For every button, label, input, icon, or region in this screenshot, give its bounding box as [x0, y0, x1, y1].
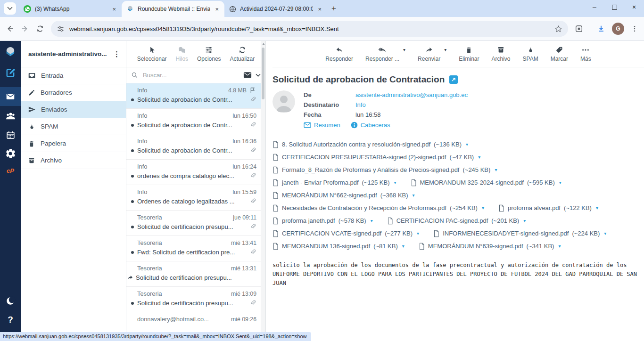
message-row[interactable]: Infolun 16:24 ordenes de compra catalogo… [126, 160, 261, 185]
select-button[interactable]: Seleccionar [137, 46, 167, 62]
cpanel-icon[interactable]: cP [7, 167, 14, 174]
attachment-menu-caret-icon[interactable]: ▾ [604, 231, 606, 236]
bookmark-star-icon[interactable] [554, 25, 562, 33]
folder-archivo[interactable]: Archivo [21, 152, 126, 169]
scroll-up-arrow[interactable] [262, 43, 265, 45]
reply-all-button[interactable]: Responder ... [365, 46, 399, 62]
attachment-item[interactable]: CERTIFICACION PAC-signed.pdf(~201 KB)▾ [387, 217, 526, 225]
tab-actividad[interactable]: Actividad 2024-07-29 08:00:00 × [224, 1, 327, 17]
refresh-button[interactable]: Actualizar [230, 46, 255, 62]
search-scope-caret-icon[interactable] [256, 73, 261, 77]
attachment-item[interactable]: CERTIFICACION PRESUPUESTARIA-signed (2)-… [272, 154, 480, 161]
tab-search-button[interactable] [4, 2, 16, 15]
tab-roundcube[interactable]: Roundcube Webmail :: Enviado: × [122, 1, 224, 17]
attachment-menu-caret-icon[interactable]: ▾ [558, 244, 561, 249]
attachment-item[interactable]: CERTIFICACION VCATE-signed.pdf(~277 KB)▾ [272, 230, 419, 237]
archive-button[interactable]: Archivo [492, 46, 511, 62]
attachment-menu-caret-icon[interactable]: ▾ [413, 193, 415, 198]
message-row[interactable]: Infolun 16:36 Solicitud de aprobacion de… [126, 134, 261, 160]
window-close-button[interactable]: × [624, 0, 644, 14]
folder-enviados[interactable]: Enviados [21, 101, 126, 118]
delete-button[interactable]: Eliminar [459, 46, 479, 62]
attachment-menu-caret-icon[interactable]: ▾ [596, 205, 598, 211]
attachment-menu-caret-icon[interactable]: ▾ [523, 218, 526, 223]
to-address[interactable]: Info [355, 101, 366, 108]
attachment-item[interactable]: MEMORANDUM 136-signed.pdf(~81 KB)▾ [272, 243, 405, 250]
settings-nav-button[interactable] [5, 148, 16, 159]
message-row[interactable]: Tesoreriamié 13:31 Solicitud de certific… [126, 261, 261, 287]
attachment-menu-caret-icon[interactable]: ▾ [478, 154, 480, 160]
attachment-item[interactable]: janeth - Enviar Proforma.pdf(~125 KB)▾ [272, 179, 396, 187]
attachment-item[interactable]: Formato_8_Razón de Proformas y Análisis … [272, 166, 497, 174]
from-address[interactable]: asistente-administrativo@sanjuan.gob.ec [355, 91, 468, 98]
search-input[interactable] [142, 71, 239, 79]
account-menu-icon[interactable]: ⋮ [110, 50, 120, 58]
attachment-menu-caret-icon[interactable]: ▾ [417, 231, 419, 236]
flag-icon[interactable] [249, 87, 256, 94]
new-tab-button[interactable]: + [327, 2, 340, 15]
more-button[interactable]: Más [580, 46, 591, 62]
folder-papelera[interactable]: Papelera [21, 135, 126, 152]
extensions-icon[interactable] [575, 24, 583, 33]
attachment-item[interactable]: MEMORÁNDUM N°639-signed.pdf(~341 KB)▾ [419, 243, 561, 250]
reply-button[interactable]: Responder [325, 46, 353, 62]
attachment-item[interactable]: Necesidades de Contratación y Recepción … [272, 204, 484, 212]
tab-close-icon[interactable]: × [111, 6, 117, 13]
tab-close-icon[interactable]: × [317, 6, 322, 13]
message-row[interactable]: Tesoreriajue 09:11 Solicitud de certific… [126, 211, 261, 236]
forward-caret-icon[interactable]: ▾ [444, 47, 446, 52]
account-header[interactable]: asistente-administrativo... ⋮ [21, 41, 126, 67]
window-minimize-button[interactable]: – [585, 0, 604, 14]
tab-whatsapp[interactable]: (3) WhatsApp × [19, 1, 122, 17]
window-maximize-button[interactable] [604, 0, 624, 14]
options-button[interactable]: Opciones [197, 46, 221, 62]
omnibox[interactable]: webmail.sanjuan.gob.ec/cpsess0458131935/… [51, 21, 568, 37]
attachment-menu-caret-icon[interactable]: ▾ [402, 244, 405, 249]
summary-link[interactable]: Resumen [304, 122, 340, 129]
attachment-menu-caret-icon[interactable]: ▾ [394, 180, 396, 185]
site-settings-icon[interactable] [57, 25, 65, 33]
attachment-item[interactable]: proforma janeth.pdf(~578 KB)▾ [272, 217, 373, 225]
calendar-nav-button[interactable] [6, 130, 16, 140]
threads-button[interactable]: Hilos [175, 46, 188, 62]
attachment-item[interactable]: MEMORÁNDUM N°662-signed.pdf(~368 KB)▾ [272, 192, 415, 199]
attachment-item[interactable]: 8. Solicitud Autorización contra y resol… [272, 141, 468, 148]
folder-borradores[interactable]: Borradores [21, 84, 126, 101]
forward-button[interactable]: Reenviar [418, 46, 440, 62]
message-row[interactable]: Tesoreriamié 13:41 Fwd: Solicitud de cer… [126, 236, 261, 261]
browser-menu-icon[interactable] [631, 25, 638, 32]
reply-all-caret-icon[interactable]: ▾ [403, 47, 405, 52]
open-in-new-icon[interactable] [449, 75, 458, 84]
message-row[interactable]: Tesoreriamié 13:09 Solicitud de certific… [126, 287, 261, 312]
message-row[interactable]: Infolun 15:59 Ordenes de catalogo legali… [126, 185, 261, 211]
headers-link[interactable]: Cabeceras [351, 122, 390, 129]
attachment-item[interactable]: INFORMENECESIDADYET-signed-signed.pdf(~2… [433, 230, 606, 237]
message-row[interactable]: Info4.8 MB Solicitud de aprobacion de Co… [126, 83, 261, 109]
attachment-item[interactable]: proforma alvear.pdf(~122 KB)▾ [498, 204, 598, 212]
download-icon[interactable] [597, 24, 605, 33]
mail-nav-button[interactable] [0, 87, 21, 106]
attachment-menu-caret-icon[interactable]: ▾ [371, 218, 373, 223]
mark-button[interactable]: Marcar [551, 46, 568, 62]
dark-mode-button[interactable] [5, 296, 16, 306]
spam-button[interactable]: SPAM [523, 46, 538, 62]
back-button[interactable] [6, 24, 14, 33]
contacts-nav-button[interactable] [5, 111, 16, 122]
help-button[interactable]: ? [8, 315, 13, 325]
attachment-item[interactable]: MEMORANDUM 325-2024-signed.pdf(~595 KB)▾ [411, 179, 561, 187]
attachment-menu-caret-icon[interactable]: ▾ [559, 180, 561, 185]
reload-button[interactable] [36, 24, 44, 33]
scroll-thumb[interactable] [262, 48, 264, 99]
tab-close-icon[interactable]: × [214, 6, 220, 13]
compose-button[interactable] [5, 67, 16, 79]
profile-avatar[interactable]: G [612, 23, 624, 35]
forward-button[interactable] [21, 24, 29, 33]
list-scrollbar[interactable] [261, 41, 265, 341]
attachment-menu-caret-icon[interactable]: ▾ [482, 205, 484, 211]
folder-spam[interactable]: SPAM [21, 118, 126, 135]
search-scope-icon[interactable] [243, 72, 252, 79]
url-text[interactable]: webmail.sanjuan.gob.ec/cpsess0458131935/… [69, 25, 550, 32]
folder-entrada[interactable]: Entrada [21, 67, 126, 84]
attachment-menu-caret-icon[interactable]: ▾ [495, 167, 497, 172]
message-row[interactable]: Infolun 16:50 Solicitud de aprobacion de… [126, 109, 261, 134]
